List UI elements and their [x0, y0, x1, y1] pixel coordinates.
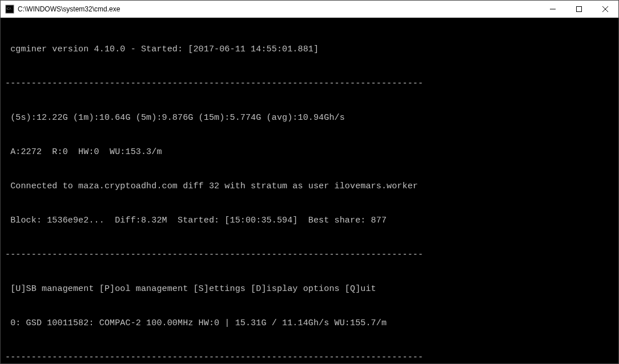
window-frame: C:\ C:\WINDOWS\system32\cmd.exe cgminer …	[0, 0, 619, 364]
divider: ----------------------------------------…	[5, 249, 614, 261]
maximize-button[interactable]	[566, 1, 592, 18]
divider: ----------------------------------------…	[5, 352, 614, 363]
close-button[interactable]	[592, 1, 618, 18]
minimize-button[interactable]	[540, 1, 566, 18]
window-title: C:\WINDOWS\system32\cmd.exe	[18, 5, 540, 13]
menu-line: [U]SB management [P]ool management [S]et…	[5, 284, 614, 295]
titlebar[interactable]: C:\ C:\WINDOWS\system32\cmd.exe	[1, 1, 618, 18]
block-line: Block: 1536e9e2... Diff:8.32M Started: […	[5, 215, 614, 227]
cmd-icon: C:\	[5, 5, 14, 14]
hashrate-line: (5s):12.22G (1m):10.64G (5m):9.876G (15m…	[5, 112, 614, 124]
window-controls	[540, 1, 618, 18]
stats-line: A:2272 R:0 HW:0 WU:153.3/m	[5, 147, 614, 158]
svg-text:C:\: C:\	[7, 7, 11, 10]
svg-rect-3	[577, 7, 582, 12]
device-line: 0: GSD 10011582: COMPAC-2 100.00MHz HW:0…	[5, 318, 614, 329]
version-line: cgminer version 4.10.0 - Started: [2017-…	[5, 44, 614, 55]
pool-connection-line: Connected to maza.cryptoadhd.com diff 32…	[5, 181, 614, 192]
divider: ----------------------------------------…	[5, 78, 614, 90]
terminal-output[interactable]: cgminer version 4.10.0 - Started: [2017-…	[1, 18, 618, 363]
